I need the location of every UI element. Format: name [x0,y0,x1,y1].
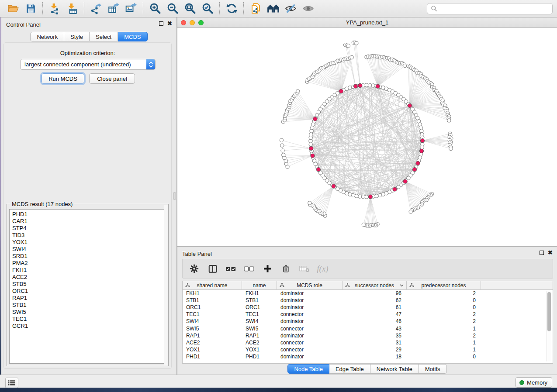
cell-successor-nodes[interactable]: 35 [343,333,407,339]
table-row[interactable]: PHD1PHD1dominator180 [183,353,553,360]
mcds-result-item[interactable]: TID3 [12,232,166,239]
hide-selected-eye-slash-icon[interactable] [282,1,299,16]
mcds-result-item[interactable]: STB1 [12,302,166,309]
close-panel-icon[interactable]: ✖ [548,251,553,255]
network-window-titlebar[interactable]: YPA_prune.txt_1 [177,17,557,28]
table-options-gear-icon[interactable] [187,262,201,276]
table-scrollbar-thumb[interactable] [547,292,551,331]
cell-successor-nodes[interactable]: 46 [343,318,407,324]
table-row[interactable]: RAP1RAP1dominator352 [183,332,553,339]
mcds-result-item[interactable]: SWI4 [12,246,166,253]
cell-successor-nodes[interactable]: 18 [343,354,407,360]
cell-name[interactable]: YOX1 [242,347,277,353]
column-header-predecessor-nodes[interactable]: predecessor nodes [407,281,481,289]
cell-mcds-role[interactable]: connector [277,326,343,332]
search-input[interactable] [440,5,549,12]
cell-predecessor-nodes[interactable]: 2 [407,311,481,317]
cell-shared-name[interactable]: SWI4 [183,318,242,324]
mcds-result-item[interactable]: CAR1 [12,218,166,225]
mcds-result-list[interactable]: PHD1CAR1STP4TID3YOX1SWI4SRD1PMA2FKH1ACE2… [9,209,166,364]
cell-successor-nodes[interactable]: 96 [343,290,407,296]
cell-shared-name[interactable]: YOX1 [183,347,242,353]
add-row-plus-icon[interactable] [260,262,275,276]
splitter-grip[interactable] [173,193,176,199]
zoom-out-icon[interactable] [164,1,181,16]
refresh-icon[interactable] [223,1,240,16]
save-session-icon[interactable] [22,1,39,16]
cell-successor-nodes[interactable]: 61 [343,304,407,310]
cell-shared-name[interactable]: ORC1 [183,304,242,310]
cell-name[interactable]: ACE2 [242,340,277,346]
column-header-name[interactable]: name [242,281,277,289]
cell-successor-nodes[interactable]: 29 [343,347,407,353]
mcds-list-scrollbar[interactable] [164,205,168,365]
optimization-criterion-select[interactable]: largest connected component (undirected) [20,59,156,70]
cell-shared-name[interactable]: ACE2 [183,340,242,346]
cell-successor-nodes[interactable]: 47 [343,311,407,317]
cell-name[interactable]: SWI5 [242,326,277,332]
mcds-result-item[interactable]: STB5 [12,281,166,288]
table-row[interactable]: STB1STB1dominator620 [183,297,553,304]
mcds-result-item[interactable]: FKH1 [12,267,166,274]
mcds-result-item[interactable]: PMA2 [12,260,166,267]
cell-predecessor-nodes[interactable]: 2 [407,333,481,339]
table-row[interactable]: FKH1FKH1dominator962 [183,290,553,297]
tab-style[interactable]: Style [64,32,90,41]
cell-name[interactable]: STB1 [242,297,277,303]
cell-successor-nodes[interactable]: 43 [343,326,407,332]
cell-mcds-role[interactable]: connector [277,340,343,346]
cell-successor-nodes[interactable]: 31 [343,340,407,346]
float-panel-icon[interactable] [159,21,163,26]
cell-mcds-role[interactable]: dominator [277,318,343,324]
memory-button[interactable]: Memory [515,377,552,388]
show-all-eye-icon[interactable] [300,1,316,16]
tab-select[interactable]: Select [90,32,118,41]
cell-mcds-role[interactable]: dominator [277,290,343,296]
table-row[interactable]: TEC1TEC1connector472 [183,311,553,318]
table-row[interactable]: ACE2ACE2connector311 [183,339,553,346]
mcds-result-item[interactable]: GCR1 [12,323,166,330]
cell-name[interactable]: FKH1 [242,290,277,296]
open-file-icon[interactable] [5,1,21,16]
fan-nodes[interactable] [280,41,453,228]
mcds-result-item[interactable]: RAP1 [12,295,166,302]
column-header-successor-nodes[interactable]: successor nodes [343,281,407,289]
cell-shared-name[interactable]: STB1 [183,297,242,303]
cell-shared-name[interactable]: FKH1 [183,290,242,296]
cell-mcds-role[interactable]: connector [277,311,343,317]
show-column-icon[interactable] [205,262,220,276]
cell-name[interactable]: SWI4 [242,318,277,324]
zoom-fit-icon[interactable] [182,1,198,16]
cell-predecessor-nodes[interactable]: 0 [407,297,481,303]
cell-mcds-role[interactable]: dominator [277,354,343,360]
mcds-result-item[interactable]: ORC1 [12,288,166,295]
cell-name[interactable]: RAP1 [242,333,277,339]
zoom-in-icon[interactable] [147,1,163,16]
cell-predecessor-nodes[interactable]: 1 [407,347,481,353]
deselect-all-icon[interactable] [242,262,256,276]
run-mcds-button[interactable]: Run MCDS [42,73,84,84]
cell-mcds-role[interactable]: dominator [277,333,343,339]
table-row[interactable]: SWI4SWI4dominator462 [183,318,553,325]
cell-name[interactable]: ORC1 [242,304,277,310]
tab-mcds[interactable]: MCDS [118,32,147,41]
network-graph[interactable] [177,28,557,246]
export-image-icon[interactable] [123,1,139,16]
cell-predecessor-nodes[interactable]: 1 [407,326,481,332]
cell-predecessor-nodes[interactable]: 0 [407,354,481,360]
status-menu-button[interactable] [5,378,18,388]
table-row[interactable]: YOX1YOX1connector291 [183,346,553,353]
mcds-result-item[interactable]: SRD1 [12,253,166,260]
export-table-icon[interactable] [105,1,122,16]
import-table-icon[interactable] [64,1,80,16]
cell-shared-name[interactable]: SWI5 [183,326,242,332]
mcds-result-item[interactable]: TEC1 [12,316,166,323]
mcds-result-item[interactable]: SWI5 [12,309,166,316]
cell-shared-name[interactable]: TEC1 [183,311,242,317]
table-scrollbar[interactable] [547,291,551,361]
mcds-result-item[interactable]: ACE2 [12,274,166,281]
cell-mcds-role[interactable]: dominator [277,304,343,310]
tab-edge-table[interactable]: Edge Table [329,364,370,374]
search-box[interactable] [427,3,553,14]
tab-motifs[interactable]: Motifs [419,364,447,374]
